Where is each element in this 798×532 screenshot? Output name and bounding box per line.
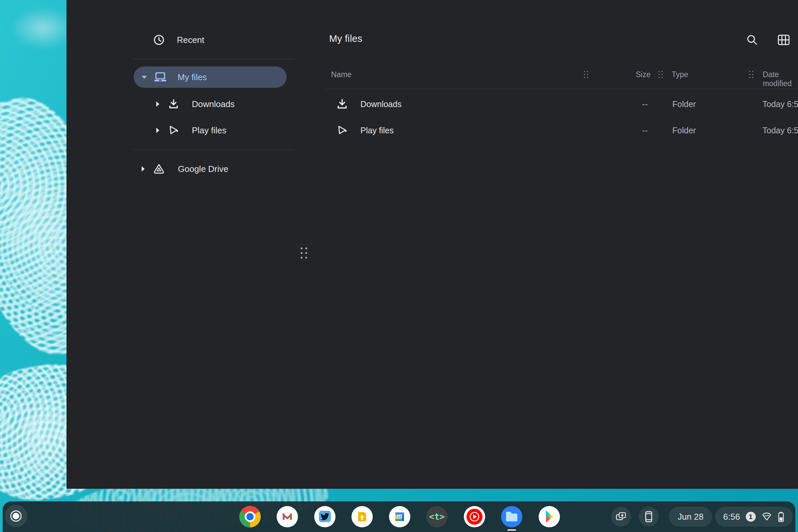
play-icon: [168, 125, 179, 136]
sidebar-item-google-drive[interactable]: Google Drive: [133, 156, 294, 182]
file-row-downloads[interactable]: Downloads -- Folder Today 6:56 PM: [326, 91, 798, 117]
phone-hub-tray-button[interactable]: [639, 507, 659, 527]
gmail-icon: [281, 510, 294, 524]
chevron-right-icon[interactable]: [156, 128, 159, 133]
files-icon: [505, 510, 519, 524]
sidebar-divider: [133, 59, 294, 59]
play-store-icon: [539, 506, 560, 527]
sidebar-item-label: My files: [177, 72, 207, 82]
table-header-divider: [326, 89, 798, 89]
shelf-app-twitter[interactable]: [314, 506, 336, 527]
column-resize-handle[interactable]: [658, 71, 663, 78]
date-label: Jun 28: [678, 512, 704, 522]
drive-icon: [153, 164, 165, 174]
youtube-music-icon: [465, 507, 484, 526]
notification-count-badge: 1: [746, 512, 756, 522]
column-resize-handle[interactable]: [749, 71, 754, 78]
shelf-app-chrome[interactable]: [240, 506, 261, 527]
file-date-modified: Today 6:56 PM: [762, 99, 798, 109]
screen-capture-tray-button[interactable]: [611, 507, 631, 527]
sidebar-item-label: Play files: [192, 125, 226, 136]
calendar-icon: 31: [393, 510, 406, 524]
battery-icon: [778, 511, 784, 522]
clock-icon: [153, 34, 165, 45]
file-row-play-files[interactable]: Play files -- Folder Today 6:51 PM: [326, 117, 798, 144]
chevron-right-icon[interactable]: [156, 101, 159, 107]
shelf-app-terminal[interactable]: <t>: [426, 506, 448, 527]
download-icon: [337, 98, 348, 110]
sidebar-item-play-files[interactable]: Play files: [133, 117, 294, 144]
running-app-indicator: [507, 529, 516, 531]
file-type: Folder: [672, 99, 696, 109]
shelf-app-play-store[interactable]: [539, 506, 560, 527]
files-app-window: My files AZ: [66, 0, 798, 489]
shelf-app-files[interactable]: [501, 506, 522, 527]
screen-capture-icon: [615, 511, 627, 522]
page-title: My files: [329, 33, 362, 44]
search-icon: [746, 34, 758, 46]
column-header-type[interactable]: Type: [672, 70, 688, 79]
file-date-modified: Today 6:51 PM: [762, 126, 798, 135]
file-name: Downloads: [360, 99, 402, 109]
splitter-drag-handle[interactable]: [301, 247, 307, 259]
column-resize-handle[interactable]: [584, 71, 588, 78]
download-icon: [168, 99, 179, 109]
shelf-app-gmail[interactable]: [277, 506, 298, 527]
date-tray-button[interactable]: Jun 28: [669, 507, 712, 527]
phone-icon: [645, 511, 653, 522]
file-size: --: [632, 126, 648, 135]
column-header-size[interactable]: Size: [636, 70, 651, 79]
time-label: 6:56: [723, 512, 740, 522]
status-tray-button[interactable]: 6:56 1: [715, 507, 793, 527]
column-header-date-modified[interactable]: Date modified: [763, 70, 798, 88]
chromeos-desktop: My files AZ: [0, 0, 798, 532]
sidebar-item-downloads[interactable]: Downloads: [133, 91, 294, 117]
sidebar-item-recent[interactable]: Recent: [133, 26, 294, 53]
sidebar-item-label: Recent: [177, 35, 204, 45]
sidebar-divider: [133, 150, 294, 150]
chevron-right-icon[interactable]: [141, 166, 145, 172]
laptop-icon: [154, 72, 167, 82]
calendar-day-label: 31: [397, 515, 402, 520]
terminal-icon: <t>: [429, 512, 445, 522]
shelf-app-keep[interactable]: [352, 506, 373, 527]
launcher-button[interactable]: [5, 505, 27, 527]
shelf-app-calendar[interactable]: 31: [389, 506, 410, 527]
grid-view-icon: [778, 35, 790, 45]
chevron-down-icon[interactable]: [141, 76, 147, 79]
play-icon: [337, 125, 348, 136]
sidebar-item-label: Downloads: [192, 99, 235, 109]
sidebar-item-label: Google Drive: [178, 164, 228, 174]
file-type: Folder: [672, 126, 696, 135]
twitter-icon: [318, 510, 332, 524]
sidebar-item-my-files[interactable]: My files: [134, 66, 287, 88]
grid-view-button[interactable]: [775, 31, 792, 49]
keep-icon: [356, 510, 369, 524]
shelf-app-youtube-music[interactable]: [464, 506, 485, 527]
file-name: Play files: [360, 126, 394, 135]
search-button[interactable]: [743, 31, 761, 49]
column-header-name[interactable]: Name: [331, 70, 352, 79]
file-size: --: [632, 99, 648, 109]
wifi-icon: [761, 512, 772, 521]
